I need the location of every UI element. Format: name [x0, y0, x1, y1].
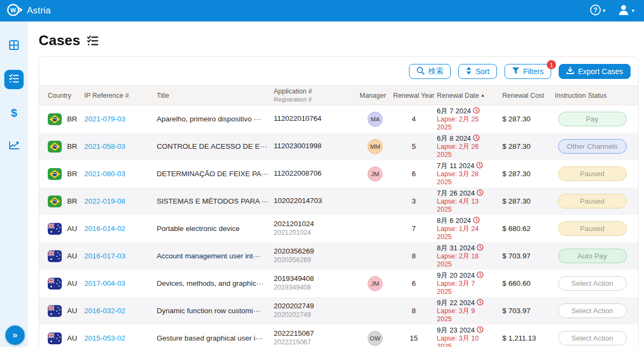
case-title: Devices, methods, and graphic···: [157, 279, 274, 287]
table-row: AU 2016-014-02 Portable electronic devic…: [39, 215, 638, 242]
sidebar-item-analytics[interactable]: [4, 136, 24, 156]
sidebar-item-cases[interactable]: [4, 70, 24, 89]
status-button[interactable]: Auto Pay: [558, 249, 627, 263]
chart-icon: [9, 140, 20, 153]
sidebar-item-finance[interactable]: $: [4, 103, 24, 122]
status-cell: Paused: [555, 167, 630, 181]
header-manager[interactable]: Manager: [360, 92, 391, 99]
user-menu[interactable]: ▾: [617, 4, 634, 18]
ip-reference-link[interactable]: 2021-058-03: [84, 142, 126, 150]
clock-icon: [477, 189, 484, 198]
country-cell: AU: [48, 223, 84, 235]
ip-reference-link[interactable]: 2016-032-02: [84, 307, 126, 315]
status-button[interactable]: Select Action: [558, 331, 627, 345]
ip-reference-link[interactable]: 2016-014-02: [84, 225, 126, 233]
ip-reference-link[interactable]: 2021-079-03: [84, 115, 126, 123]
renewal-date-cell: 8月 31 2024 Lapse: 2月 18 2025: [437, 244, 502, 269]
sort-button[interactable]: Sort: [458, 64, 497, 79]
country-code: BR: [67, 115, 77, 123]
header-ip-reference[interactable]: IP Reference #: [84, 92, 157, 99]
renewal-year: 7: [391, 225, 437, 233]
lapse-date-line1: Lapse: 2月 26: [437, 143, 502, 151]
status-button[interactable]: Select Action: [558, 303, 627, 318]
search-button-label: 検索: [428, 67, 443, 76]
brazil-flag-icon: [48, 113, 62, 125]
application-number: 112023001998: [274, 142, 360, 151]
lapse-date-line1: Lapse: 2月 25: [437, 115, 502, 124]
case-title: DETERMINAÇÃO DE FEIXE PA···: [157, 170, 274, 178]
manager-cell: JM: [360, 167, 391, 182]
ip-reference-cell: 2016-014-02: [84, 225, 157, 233]
export-cases-button[interactable]: Export Cases: [559, 64, 631, 79]
ip-reference-link[interactable]: 2021-080-03: [84, 170, 126, 178]
status-button[interactable]: Pay: [558, 112, 627, 126]
sidebar-expand-button[interactable]: »: [5, 326, 25, 345]
renewal-date: 8月 31 2024: [437, 244, 475, 252]
renewal-date-cell: 8月 6 2024 Lapse: 1月 24 2025: [437, 216, 502, 241]
table-row: AU 2015-053-02 Gesture based graphical u…: [39, 324, 638, 347]
search-button[interactable]: 検索: [409, 64, 451, 79]
case-title: Aparelho, primeiro dispositivo ···: [157, 115, 274, 123]
ip-reference-link[interactable]: 2017-004-03: [84, 279, 126, 287]
renewal-date-cell: 7月 26 2024 Lapse: 4月 13 2025: [437, 189, 502, 214]
header-title[interactable]: Title: [157, 92, 274, 99]
ip-reference-link[interactable]: 2015-053-02: [84, 334, 126, 342]
header-renewal-date[interactable]: Renewal Date▲: [437, 92, 502, 99]
ip-reference-link[interactable]: 2016-017-03: [84, 252, 126, 260]
application-number: 112022010764: [274, 114, 360, 124]
country-cell: BR: [48, 168, 84, 180]
status-cell: Select Action: [555, 303, 630, 318]
lapse-date-line2: 2025: [437, 178, 502, 186]
australia-flag-icon: [48, 305, 62, 317]
country-cell: AU: [48, 332, 84, 344]
ip-reference-cell: 2016-032-02: [84, 307, 157, 315]
header-instruction-status[interactable]: Instruction Status: [555, 92, 630, 99]
case-title: Portable electronic device: [157, 225, 274, 233]
country-cell: BR: [48, 113, 84, 125]
status-button[interactable]: Paused: [558, 167, 627, 181]
table-row: AU 2016-032-02 Dynamic function row cust…: [39, 297, 638, 324]
topbar: W Astria ? ▾ ▾: [0, 0, 644, 21]
cases-card: 検索 Sort: [39, 56, 639, 347]
clock-icon: [473, 107, 480, 115]
sidebar-item-dashboard[interactable]: [4, 37, 24, 56]
clock-icon: [476, 162, 483, 170]
application-number: 112022008706: [274, 169, 360, 178]
renewal-date-cell: 9月 23 2024 Lapse: 3月 10 2025: [437, 326, 502, 347]
renewal-year: 8: [391, 252, 437, 260]
lapse-date-line2: 2025: [437, 151, 502, 159]
ip-reference-cell: 2017-004-03: [84, 279, 157, 287]
header-application: Application #: [274, 88, 360, 96]
lapse-date-line2: 2025: [437, 288, 502, 296]
status-button[interactable]: Paused: [558, 221, 627, 236]
chevron-down-icon: ▾: [632, 8, 634, 13]
renewal-date: 6月 7 2024: [437, 107, 471, 115]
renewal-cost: $ 660.60: [502, 279, 555, 287]
dollar-icon: $: [11, 106, 17, 119]
app-logo[interactable]: W Astria: [6, 3, 51, 19]
status-button[interactable]: Paused: [558, 194, 627, 208]
filters-button[interactable]: Filters: [504, 64, 551, 79]
renewal-year: 6: [391, 170, 437, 178]
header-renewal-cost[interactable]: Renewal Cost: [502, 92, 555, 99]
user-icon: [617, 4, 630, 18]
brazil-flag-icon: [48, 141, 62, 153]
renewal-year: 6: [391, 279, 437, 287]
application-cell: 2022215067 2022215067: [274, 329, 360, 347]
ip-reference-link[interactable]: 2022-019-08: [84, 197, 126, 205]
header-country[interactable]: Country: [48, 92, 84, 99]
status-button[interactable]: Other Channels: [558, 139, 627, 154]
country-code: BR: [67, 197, 77, 205]
header-renewal-year[interactable]: Renewal Year: [391, 92, 437, 99]
renewal-date-cell: 6月 7 2024 Lapse: 2月 25 2025: [437, 107, 502, 132]
renewal-cost: $ 287.30: [502, 115, 555, 123]
renewal-date: 6月 8 2024: [437, 134, 471, 142]
header-application-registration[interactable]: Application # Registration #: [274, 88, 360, 104]
lapse-date-line1: Lapse: 2月 18: [437, 252, 502, 261]
filter-icon: [512, 67, 519, 76]
australia-flag-icon: [48, 332, 62, 344]
header-renewal-date-label: Renewal Date: [437, 92, 479, 99]
help-menu[interactable]: ? ▾: [590, 4, 605, 18]
logo-icon: W: [6, 3, 23, 19]
status-button[interactable]: Select Action: [558, 276, 627, 291]
